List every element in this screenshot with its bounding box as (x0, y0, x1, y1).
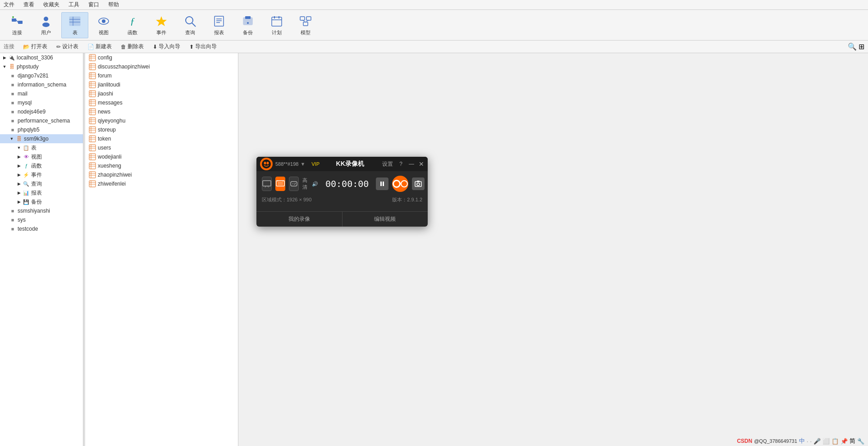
sidebar-item-ssm9k3go[interactable]: ▼ 🗄 ssm9k3go (0, 134, 83, 143)
mic-icon[interactable]: 🎤 (813, 438, 821, 445)
toolbar-table[interactable]: 表 (61, 12, 88, 38)
menu-window[interactable]: 窗口 (87, 0, 101, 9)
search-icon[interactable]: 🔍 (848, 42, 857, 51)
kk-record-btn[interactable] (392, 176, 408, 192)
db-small-icon5: ■ (9, 108, 16, 115)
toolbar-connect[interactable]: 连接 (4, 12, 31, 38)
clipboard-icon[interactable]: 📋 (831, 438, 839, 445)
sidebar-item-testcode[interactable]: ■ testcode (0, 224, 83, 233)
svg-rect-31 (89, 55, 96, 61)
sidebar-item-ssmshiyanshi[interactable]: ■ ssmshiyanshi (0, 206, 83, 215)
sidebar-item-sys[interactable]: ■ sys (0, 215, 83, 224)
table-item-icon (89, 108, 96, 115)
file-list-item[interactable]: news (85, 107, 238, 116)
toolbar-view[interactable]: 视图 (90, 12, 117, 38)
sidebar-item-info-schema[interactable]: ■ information_schema (0, 80, 83, 89)
action-new-table[interactable]: 📄 新建表 (83, 41, 116, 52)
file-list-item[interactable]: zhiweifenlei (85, 179, 238, 188)
action-design-table[interactable]: ✏ 设计表 (52, 41, 82, 52)
square-icon[interactable]: ⬜ (822, 438, 830, 445)
sidebar-item-mysql[interactable]: ■ mysql (0, 98, 83, 107)
action-import[interactable]: ⬇ 导入向导 (149, 41, 184, 52)
sidebar-item-tables-folder[interactable]: ▼ 📋 表 (0, 143, 83, 152)
file-list-item[interactable]: zhaopinzhiwei (85, 170, 238, 179)
sidebar-item-django[interactable]: ■ django7v281 (0, 71, 83, 80)
file-list-item[interactable]: messages (85, 98, 238, 107)
file-list-item[interactable]: wodejianli (85, 152, 238, 161)
kk-logo (260, 158, 273, 170)
file-list-item[interactable]: forum (85, 71, 238, 80)
jian-icon[interactable]: 简 (850, 437, 855, 445)
kk-settings-btn[interactable]: 设置 (380, 159, 395, 169)
kk-timer: 00:00:00 (325, 178, 369, 189)
zhong-icon[interactable]: 中 (799, 437, 805, 445)
db-small-icon9: ■ (9, 216, 16, 223)
file-list-item[interactable]: token (85, 134, 238, 143)
toolbar-function[interactable]: ƒ 函数 (119, 12, 146, 38)
file-list-item[interactable]: jiaoshi (85, 89, 238, 98)
toolbar-backup[interactable]: 备份 (234, 12, 261, 38)
sidebar-item-report-folder[interactable]: ▶ 📊 报表 (0, 188, 83, 197)
toolbar-schedule[interactable]: 计划 (263, 12, 290, 38)
svg-rect-6 (69, 17, 80, 26)
action-open-table[interactable]: 📂 打开表 (19, 41, 51, 52)
file-list-item[interactable]: config (85, 53, 238, 62)
toolbar-report[interactable]: 报表 (206, 12, 233, 38)
toolbar-user[interactable]: 用户 (32, 12, 59, 38)
kk-edit-video-btn[interactable]: 编辑视频 (343, 212, 428, 227)
svg-point-93 (267, 162, 269, 164)
kk-help-btn[interactable]: ? (397, 160, 404, 168)
kk-minimize-btn[interactable]: — (407, 160, 416, 168)
sidebar-item-backup-folder[interactable]: ▶ 💾 备份 (0, 197, 83, 206)
svg-point-104 (295, 183, 296, 184)
toolbar-event[interactable]: 事件 (148, 12, 175, 38)
toolbar-model[interactable]: 模型 (292, 12, 319, 38)
sidebar-item-events-folder[interactable]: ▶ ⚡ 事件 (0, 170, 83, 179)
menu-view[interactable]: 查看 (22, 0, 36, 9)
file-list-item[interactable]: jianlitoudi (85, 80, 238, 89)
sidebar-item-phpqlyb5[interactable]: ■ phpqlyb5 (0, 125, 83, 134)
sidebar-item-views-folder[interactable]: ▶ 👁 视图 (0, 152, 83, 161)
sidebar-item-nodejs[interactable]: ■ nodejs46e9 (0, 107, 83, 116)
file-list-item[interactable]: xuesheng (85, 161, 238, 170)
svg-rect-101 (291, 182, 297, 186)
file-list-item[interactable]: discusszhaopinzhiwei (85, 62, 238, 71)
grid-icon[interactable]: ⊞ (859, 42, 864, 51)
query-icon (183, 14, 197, 28)
sidebar-item-query-folder[interactable]: ▶ 🔍 查询 (0, 179, 83, 188)
file-list-item[interactable]: users (85, 143, 238, 152)
event-icon (154, 14, 169, 28)
query-folder-icon: 🔍 (23, 180, 30, 187)
kk-mode-game[interactable] (289, 177, 299, 191)
kk-close-btn[interactable]: ✕ (419, 160, 424, 168)
kk-screenshot-btn[interactable] (412, 177, 425, 190)
settings-icon[interactable]: 🔧 (857, 438, 864, 445)
action-delete-table[interactable]: 🗑 删除表 (117, 41, 148, 52)
action-export[interactable]: ⬆ 导出向导 (185, 41, 221, 52)
kk-pause-btn[interactable] (376, 177, 388, 190)
sidebar-item-localhost[interactable]: ▶ 🔌 localhost_3306 (0, 53, 83, 62)
dot-icon1: · (807, 438, 809, 445)
menu-file[interactable]: 文件 (2, 0, 16, 9)
kk-title-bar: 588**#198 ▼ VIP KK录像机 设置 ? — ✕ (256, 157, 428, 171)
menu-help[interactable]: 帮助 (106, 0, 121, 9)
sidebar-item-mail[interactable]: ■ mail (0, 89, 83, 98)
svg-rect-59 (89, 118, 96, 124)
kk-mode-screen[interactable] (262, 177, 272, 191)
kk-recorder-window: 588**#198 ▼ VIP KK录像机 设置 ? — ✕ (256, 157, 428, 227)
db-small-icon10: ■ (9, 225, 16, 232)
sidebar-item-perf-schema[interactable]: ■ performance_schema (0, 116, 83, 125)
menu-tools[interactable]: 工具 (67, 0, 81, 9)
sidebar-item-phpstudy[interactable]: ▼ 🗄 phpstudy (0, 62, 83, 71)
svg-rect-83 (89, 172, 96, 178)
kk-my-recordings-btn[interactable]: 我的录像 (256, 212, 343, 227)
menu-favorites[interactable]: 收藏夹 (41, 0, 61, 9)
arrow-right-icon7: ▶ (16, 199, 22, 205)
file-list-item[interactable]: storeup (85, 125, 238, 134)
sidebar-item-functions-folder[interactable]: ▶ ƒ 函数 (0, 161, 83, 170)
toolbar-query[interactable]: 查询 (177, 12, 204, 38)
file-list-item[interactable]: qiyeyonghu (85, 116, 238, 125)
report-icon (212, 14, 226, 28)
pin-icon[interactable]: 📌 (841, 438, 848, 445)
kk-mode-region[interactable] (275, 177, 285, 191)
